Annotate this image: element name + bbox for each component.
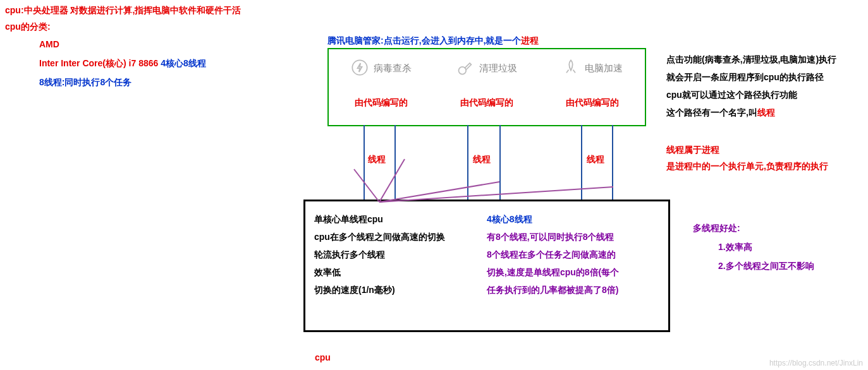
single-core-l2: 轮流执行多个线程 — [314, 249, 480, 261]
expl-line4: 这个路径有一个名字,叫线程 — [666, 104, 862, 121]
intel-blue-part: 4核心8线程 — [158, 58, 205, 68]
code-label-2: 由代码编写的 — [460, 97, 513, 109]
cpu-definition: cpu:中央处理器 对数据进行计算,指挥电脑中软件和硬件干活 — [5, 5, 241, 16]
thread-label-2: 线程 — [473, 154, 491, 165]
multi-core-title: 4核心8线程 — [487, 214, 659, 225]
defn-text: cpu:中央处理器 对数据进行计算,指挥电脑中软件和硬件干活 — [5, 5, 241, 15]
virus-scan-label: 病毒查杀 — [374, 63, 412, 75]
code-label-1: 由代码编写的 — [355, 97, 408, 109]
multi-core-l3: 切换,速度是单线程cpu的8倍(每个 — [487, 267, 659, 278]
expl-line3: cpu就可以通过这个路径执行功能 — [666, 86, 862, 104]
cpu-footer-label: cpu — [315, 352, 331, 362]
multi-core-l1: 有8个线程,可以同时执行8个线程 — [487, 232, 659, 243]
thread-label-3: 线程 — [587, 154, 604, 165]
lightning-icon — [351, 59, 369, 78]
tencent-title: 腾讯电脑管家:点击运行,会进入到内存中,就是一个进程 — [327, 35, 539, 47]
multi-core-l4: 任务执行到的几率都被提高了8倍) — [487, 285, 659, 296]
code-label-3: 由代码编写的 — [566, 97, 619, 109]
cpu-multi-core-col: 4核心8线程 有8个线程,可以同时执行8个线程 8个线程在多个任务之间做高速的 … — [487, 208, 659, 302]
multithread-benefits: 多线程好处: 1.效率高 2.多个线程之间互不影响 — [693, 218, 814, 275]
benefit-1: 1.效率高 — [718, 237, 814, 256]
thread-belongs-block: 线程属于进程 是进程中的一个执行单元,负责程序的执行 — [666, 141, 828, 174]
single-core-title: 单核心单线程cpu — [314, 214, 480, 225]
intel-red-part: Inter Inter Core(核心) i7 8866 — [39, 58, 158, 68]
cpu-category-label: cpu的分类: — [5, 21, 51, 33]
svg-line-8 — [354, 169, 379, 202]
multi-core-l2: 8个线程在多个任务之间做高速的 — [487, 249, 659, 261]
expl-line4-red: 线程 — [757, 107, 775, 117]
cpu-8threads: 8线程:同时执行8个任务 — [39, 77, 131, 88]
rocket-icon — [562, 59, 580, 78]
cpu-amd: AMD — [39, 39, 59, 49]
expl-line1: 点击功能(病毒查杀,清理垃圾,电脑加速)执行 — [666, 51, 862, 68]
svg-point-0 — [353, 60, 367, 75]
thread-belongs-1: 线程属于进程 — [666, 141, 828, 158]
benefit-2: 2.多个线程之间互不影响 — [718, 256, 814, 275]
benefits-title: 多线程好处: — [693, 218, 814, 237]
single-core-l1: cpu在多个线程之间做高速的切换 — [314, 232, 480, 243]
tencent-toolbar: 病毒查杀 清理垃圾 电脑加速 — [329, 49, 645, 87]
cpu-comparison-box: 单核心单线程cpu cpu在多个线程之间做高速的切换 轮流执行多个线程 效率低 … — [303, 200, 670, 332]
speed-up-button[interactable]: 电脑加速 — [562, 59, 623, 78]
svg-line-9 — [379, 159, 405, 202]
single-core-l4: 切换的速度(1/n毫秒) — [314, 285, 480, 296]
single-core-l3: 效率低 — [314, 267, 480, 278]
expl-line2: 就会开启一条应用程序到cpu的执行路径 — [666, 68, 862, 86]
clean-trash-button[interactable]: 清理垃圾 — [456, 59, 517, 78]
tencent-title-blue: 腾讯电脑管家:点击运行,会进入到内存中,就是一个 — [327, 35, 521, 45]
watermark: https://blog.csdn.net/JinxLin — [769, 359, 863, 367]
brush-icon — [456, 59, 474, 78]
tencent-title-red: 进程 — [521, 35, 539, 45]
cpu-single-core-col: 单核心单线程cpu cpu在多个线程之间做高速的切换 轮流执行多个线程 效率低 … — [314, 208, 480, 302]
thread-label-1: 线程 — [368, 154, 386, 165]
tencent-app-box: 病毒查杀 清理垃圾 电脑加速 由代码编写的 由代码编写的 由代码编写的 — [327, 48, 646, 126]
category-text: cpu的分类: — [5, 21, 51, 32]
expl-line4-black: 这个路径有一个名字,叫 — [666, 107, 757, 117]
virus-scan-button[interactable]: 病毒查杀 — [351, 59, 412, 78]
thread-belongs-2: 是进程中的一个执行单元,负责程序的执行 — [666, 158, 828, 174]
cpu-intel: Inter Inter Core(核心) i7 8866 4核心8线程 — [39, 58, 206, 69]
clean-trash-label: 清理垃圾 — [479, 63, 517, 75]
tencent-code-row: 由代码编写的 由代码编写的 由代码编写的 — [329, 87, 645, 119]
speed-up-label: 电脑加速 — [585, 63, 623, 75]
explanation-block: 点击功能(病毒查杀,清理垃圾,电脑加速)执行 就会开启一条应用程序到cpu的执行… — [666, 51, 862, 121]
